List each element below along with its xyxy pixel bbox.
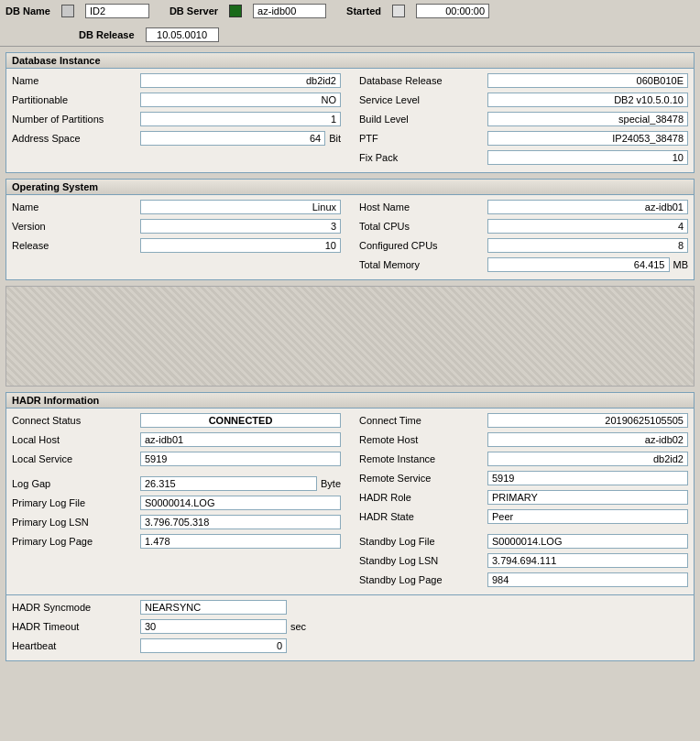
os-version-row: Version 3 [12,218,341,234]
hadr-right: Connect Time 20190625105505 Remote Host … [359,412,688,591]
build-level-value: special_38478 [487,112,688,126]
hadr-role-label: HADR Role [359,492,487,503]
remote-instance-row: Remote Instance db2id2 [359,451,688,467]
remote-instance-value: db2id2 [487,452,688,466]
log-gap-label: Log Gap [12,478,140,489]
started-time: 00:00:00 [416,4,489,18]
ptf-label: PTF [359,133,487,144]
total-memory-label: Total Memory [359,259,487,270]
connect-status-value: CONNECTED [140,413,341,428]
hadr-role-row: HADR Role PRIMARY [359,489,688,506]
remote-service-label: Remote Service [359,473,487,484]
standby-log-file-value: S0000014.LOG [487,534,688,549]
name-label: Name [12,75,140,86]
db-instance-panel: Database Instance Name db2id2 Partitiona… [5,52,695,173]
remote-service-row: Remote Service 5919 [359,470,688,486]
configured-cpus-value: 8 [487,238,688,253]
standby-log-page-row: Standby Log Page 984 [359,572,688,588]
address-space-value: 64 [140,131,325,146]
hadr-state-row: HADR State Peer [359,508,688,525]
total-memory-suffix: MB [673,259,689,270]
service-level-value: DB2 v10.5.0.10 [487,93,688,107]
ptf-row: PTF IP24053_38478 [359,130,688,147]
configured-cpus-label: Configured CPUs [359,240,487,251]
db-name-label: DB Name [5,5,50,16]
standby-log-file-label: Standby Log File [359,536,487,547]
timeout-row: HADR Timeout 30 sec [12,618,688,635]
timer-icon [392,5,405,17]
heartbeat-row: Heartbeat 0 [12,637,688,654]
db-server-label: DB Server [170,5,218,16]
db-release-label: DB Release [79,29,135,40]
local-host-row: Local Host az-idb01 [12,431,341,448]
os-release-label: Release [12,240,140,251]
total-memory-row: Total Memory 64.415 MB [359,256,688,273]
primary-log-file-value: S0000014.LOG [140,496,341,510]
address-space-suffix: Bit [329,133,341,144]
primary-log-lsn-label: Primary Log LSN [12,517,140,528]
connect-status-row: Connect Status CONNECTED [12,412,341,429]
remote-host-value: az-idb02 [487,432,688,447]
started-label: Started [346,5,381,16]
timeout-suffix: sec [290,621,306,632]
os-panel: Operating System Name Linux Version 3 Re… [5,179,695,280]
db-release-value: 10.05.0010 [146,27,219,42]
db-instance-header: Database Instance [6,53,694,69]
hadr-header: HADR Information [6,393,694,409]
primary-log-page-row: Primary Log Page 1.478 [12,533,341,550]
build-level-label: Build Level [359,114,487,125]
fix-pack-row: Fix Pack 10 [359,149,688,166]
hostname-row: Host Name az-idb01 [359,199,688,215]
hadr-syncmode-section: HADR Syncmode NEARSYNC HADR Timeout 30 s… [6,594,694,660]
middle-empty-area [5,286,695,387]
os-right: Host Name az-idb01 Total CPUs 4 Configur… [359,199,688,276]
local-service-label: Local Service [12,453,140,464]
primary-log-file-label: Primary Log File [12,497,140,508]
db-name-icon [61,5,74,17]
log-gap-suffix: Byte [321,478,341,489]
standby-log-lsn-label: Standby Log LSN [359,555,487,566]
db-instance-right: Database Release 060B010E Service Level … [359,72,688,169]
remote-host-label: Remote Host [359,434,487,445]
standby-log-lsn-row: Standby Log LSN 3.794.694.111 [359,552,688,569]
heartbeat-label: Heartbeat [12,640,140,651]
os-version-value: 3 [140,219,341,234]
log-gap-row: Log Gap 26.315 Byte [12,475,341,492]
partitionable-row: Partitionable NO [12,92,341,108]
primary-log-file-row: Primary Log File S0000014.LOG [12,495,341,511]
log-gap-value: 26.315 [140,476,317,491]
db-instance-body: Name db2id2 Partitionable NO Number of P… [6,69,694,172]
total-memory-value: 64.415 [487,257,670,272]
top-bar: DB Name ID2 DB Server az-idb00 Started 0… [0,0,700,47]
db-release-r-value: 060B010E [487,73,688,88]
partitionable-label: Partitionable [12,94,140,105]
timeout-value: 30 [140,619,287,634]
local-service-value: 5919 [140,452,341,466]
hadr-panel: HADR Information Connect Status CONNECTE… [5,392,695,661]
hostname-value: az-idb01 [487,200,688,214]
standby-log-lsn-value: 3.794.694.111 [487,553,688,568]
configured-cpus-row: Configured CPUs 8 [359,237,688,254]
os-version-label: Version [12,221,140,232]
local-host-value: az-idb01 [140,432,341,447]
os-name-row: Name Linux [12,199,341,215]
num-partitions-label: Number of Partitions [12,114,140,125]
service-level-label: Service Level [359,94,487,105]
remote-service-value: 5919 [487,471,688,485]
timeout-label: HADR Timeout [12,621,140,632]
build-level-row: Build Level special_38478 [359,111,688,127]
hadr-body: Connect Status CONNECTED Local Host az-i… [6,409,694,594]
standby-log-page-value: 984 [487,572,688,587]
partitionable-value: NO [140,93,341,107]
top-fields-row2: DB Release 10.05.0010 [79,27,219,42]
primary-log-page-label: Primary Log Page [12,536,140,547]
connect-time-label: Connect Time [359,415,487,426]
standby-log-page-label: Standby Log Page [359,574,487,585]
syncmode-label: HADR Syncmode [12,602,140,613]
total-cpus-value: 4 [487,219,688,234]
db-name-value: ID2 [85,4,149,18]
remote-instance-label: Remote Instance [359,453,487,464]
hostname-label: Host Name [359,202,487,212]
local-service-row: Local Service 5919 [12,451,341,467]
db-release-row: Database Release 060B010E [359,72,688,89]
